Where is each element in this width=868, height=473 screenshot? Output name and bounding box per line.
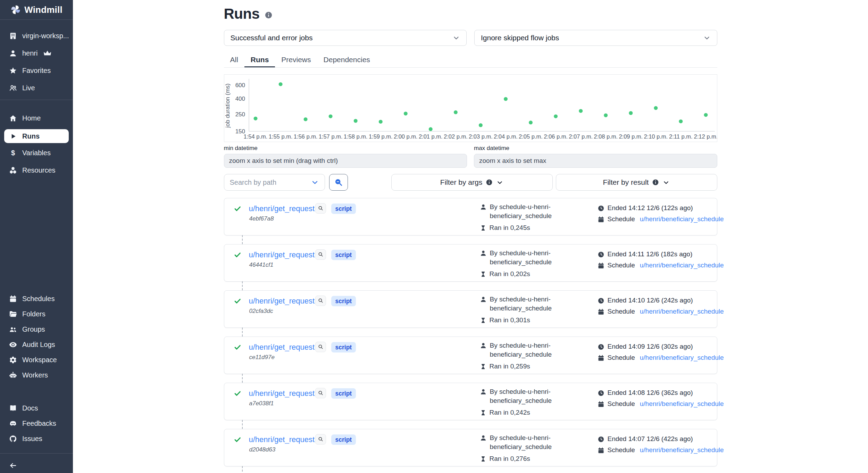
filter-by-result-button[interactable]: Filter by result xyxy=(556,174,717,191)
run-ended-text: Ended 14:10 12/6 (242s ago) xyxy=(608,296,693,305)
min-datetime-input[interactable] xyxy=(224,154,467,168)
run-schedule-label: Schedule xyxy=(608,446,635,454)
run-inspect-button[interactable] xyxy=(315,434,326,445)
skipped-flows-select[interactable]: Ignore skipped flow jobs xyxy=(474,30,717,46)
sidebar-collapse-button[interactable] xyxy=(0,458,73,473)
chart-point[interactable] xyxy=(629,111,633,115)
chart-y-axis-label: job duration (ms) xyxy=(224,83,231,128)
chart-x-tick: 1:56 p.m. xyxy=(293,133,317,140)
chart-point[interactable] xyxy=(579,109,583,113)
run-card: u/henri/get_requestscripta7e038f1By sche… xyxy=(224,383,717,420)
run-timing-info: Ended 14:12 12/6 (122s ago)Scheduleu/hen… xyxy=(598,204,724,223)
run-inspect-button[interactable] xyxy=(315,203,326,214)
sidebar-item-folders[interactable]: Folders xyxy=(0,306,73,322)
chart-point[interactable] xyxy=(303,117,307,121)
tab-runs[interactable]: Runs xyxy=(244,53,275,67)
tab-previews[interactable]: Previews xyxy=(275,53,317,67)
sidebar-item-audit-logs[interactable]: Audit Logs xyxy=(0,337,73,352)
max-datetime-input[interactable] xyxy=(474,154,717,168)
chart-point[interactable] xyxy=(278,82,282,86)
chart-y-tick: 400 xyxy=(235,96,245,102)
sidebar-item-virgin-worksp[interactable]: virgin-worksp... xyxy=(0,28,73,43)
search-by-path-select[interactable]: Search by path xyxy=(224,174,325,191)
chart-point[interactable] xyxy=(679,119,683,123)
info-icon[interactable] xyxy=(265,11,273,19)
run-duration: Ran in 0,245s xyxy=(480,224,530,232)
run-trigger-info: By schedule-u-henri- beneficiary_schedul… xyxy=(480,387,570,405)
chart-point[interactable] xyxy=(654,106,658,110)
run-schedule-link[interactable]: u/henri/beneficiary_schedule xyxy=(640,400,724,408)
run-timing-info: Ended 14:11 12/6 (182s ago)Scheduleu/hen… xyxy=(598,250,724,269)
sidebar-item-workspace[interactable]: Workspace xyxy=(0,352,73,367)
run-ended-text: Ended 14:11 12/6 (182s ago) xyxy=(608,250,693,258)
sidebar-item-issues[interactable]: Issues xyxy=(0,431,73,446)
job-duration-chart[interactable]: job duration (ms)1502504006001:54 p.m.1:… xyxy=(224,74,717,142)
chart-point[interactable] xyxy=(428,127,432,131)
chart-point[interactable] xyxy=(328,114,332,118)
sidebar-item-feedbacks[interactable]: Feedbacks xyxy=(0,416,73,431)
chart-point[interactable] xyxy=(604,114,608,117)
sidebar-item-groups[interactable]: Groups xyxy=(0,322,73,337)
robot-icon xyxy=(9,371,17,379)
tab-all[interactable]: All xyxy=(224,53,244,67)
tab-dependencies[interactable]: Dependencies xyxy=(317,53,376,67)
chart-x-tick: 2:05 p.m. xyxy=(519,133,543,140)
sidebar-item-variables[interactable]: $Variables xyxy=(0,145,73,160)
sidebar-item-home[interactable]: Home xyxy=(0,110,73,126)
chart-x-tick: 2:08 p.m. xyxy=(594,133,618,140)
sidebar-item-runs[interactable]: Runs xyxy=(4,129,69,143)
run-schedule-link[interactable]: u/henri/beneficiary_schedule xyxy=(640,307,724,316)
run-inspect-button[interactable] xyxy=(315,249,326,260)
run-schedule-link[interactable]: u/henri/beneficiary_schedule xyxy=(640,261,724,269)
chart-x-tick: 2:09 p.m. xyxy=(619,133,643,140)
chart-point[interactable] xyxy=(253,117,257,121)
chart-point[interactable] xyxy=(353,119,357,123)
run-schedule-link[interactable]: u/henri/beneficiary_schedule xyxy=(640,215,724,223)
job-status-select[interactable]: Successful and error jobs xyxy=(224,30,467,46)
run-path-link[interactable]: u/henri/get_request xyxy=(249,204,315,213)
sidebar-item-henri[interactable]: henri xyxy=(0,45,73,61)
run-timeline-connector xyxy=(242,235,243,244)
max-datetime-label: max datetime xyxy=(474,145,717,152)
chart-point[interactable] xyxy=(704,113,708,117)
run-timeline-connector xyxy=(242,374,243,383)
run-path-link[interactable]: u/henri/get_request xyxy=(249,343,315,352)
group-icon xyxy=(9,325,17,333)
chart-point[interactable] xyxy=(403,112,407,116)
run-schedule-link[interactable]: u/henri/beneficiary_schedule xyxy=(640,354,724,362)
filter-by-args-button[interactable]: Filter by args xyxy=(391,174,553,191)
chart-point[interactable] xyxy=(529,121,533,124)
clock-icon xyxy=(598,251,604,258)
chart-point[interactable] xyxy=(554,114,558,118)
chart-x-tick: 1:59 p.m. xyxy=(368,133,392,140)
clock-icon xyxy=(598,436,604,443)
user-icon xyxy=(9,49,17,57)
run-schedule-link[interactable]: u/henri/beneficiary_schedule xyxy=(640,446,724,454)
chart-point[interactable] xyxy=(378,120,382,124)
check-icon xyxy=(234,390,241,397)
run-path-link[interactable]: u/henri/get_request xyxy=(249,389,315,398)
sidebar-item-docs[interactable]: Docs xyxy=(0,400,73,416)
sidebar-item-favorites[interactable]: Favorites xyxy=(0,63,73,78)
run-path-link[interactable]: u/henri/get_request xyxy=(249,435,315,444)
run-inspect-button[interactable] xyxy=(315,296,326,306)
run-trigger-info: By schedule-u-henri- beneficiary_schedul… xyxy=(480,249,570,267)
chart-point[interactable] xyxy=(478,123,482,127)
run-inspect-button[interactable] xyxy=(315,342,326,352)
run-inspect-button[interactable] xyxy=(315,388,326,398)
hourglass-icon xyxy=(480,225,486,231)
chart-point[interactable] xyxy=(504,97,508,101)
chart-point[interactable] xyxy=(453,110,457,114)
zoom-out-search-button[interactable] xyxy=(329,174,348,191)
run-path-link[interactable]: u/henri/get_request xyxy=(249,250,315,259)
run-path-link[interactable]: u/henri/get_request xyxy=(249,297,315,306)
run-duration-text: Ran in 0,245s xyxy=(490,224,530,232)
run-ended-text: Ended 14:09 12/6 (302s ago) xyxy=(608,342,693,351)
sidebar-item-workers[interactable]: Workers xyxy=(0,367,73,383)
sidebar-item-schedules[interactable]: Schedules xyxy=(0,291,73,306)
sidebar-item-resources[interactable]: Resources xyxy=(0,163,73,178)
chart-y-tick: 250 xyxy=(235,111,245,118)
sidebar-item-live[interactable]: Live xyxy=(0,80,73,96)
windmill-logo[interactable]: Windmill xyxy=(0,0,73,20)
chevron-down-icon xyxy=(496,179,503,186)
